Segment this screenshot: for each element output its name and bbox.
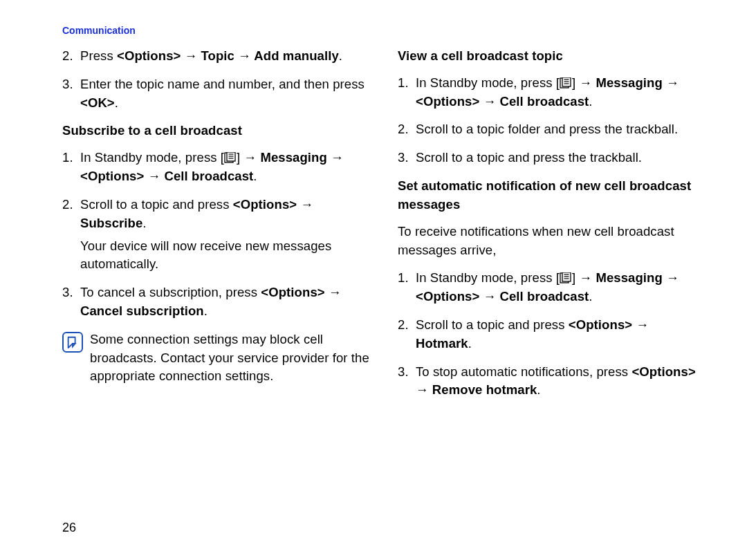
sub-heading: Set automatic notification of new cell b… <box>398 177 706 214</box>
arrow: → <box>297 197 313 212</box>
step-item: 1. In Standby mode, press [] → Messaging… <box>398 269 706 306</box>
step-item: 3. Scroll to a topic and press the track… <box>398 149 706 167</box>
step-item: 3. To stop automatic notifications, pres… <box>398 363 706 400</box>
left-column: 2. Press <Options> → Topic → Add manuall… <box>62 47 370 409</box>
step-number: 2. <box>62 196 80 274</box>
sub-heading: View a cell broadcast topic <box>398 47 706 66</box>
step-number: 3. <box>62 75 80 113</box>
content-columns: 2. Press <Options> → Topic → Add manuall… <box>62 47 706 409</box>
menu-key-icon <box>560 272 572 283</box>
arrow: → <box>632 317 649 332</box>
menu-key-icon <box>560 77 572 88</box>
text: . <box>589 94 592 109</box>
text: Scroll to a topic and press <box>416 317 569 332</box>
text: . <box>142 216 146 230</box>
text: In Standby mode, press [ <box>416 75 560 90</box>
step-body: Press <Options> → Topic → Add manually. <box>80 47 370 66</box>
softkey: <Options> <box>569 317 632 332</box>
step-number: 2. <box>398 120 416 139</box>
step-body: Scroll to a topic and press the trackbal… <box>416 149 706 167</box>
softkey-path: <Options> → Topic → Add manually <box>117 48 339 63</box>
text: . <box>339 48 342 63</box>
text: . <box>204 304 208 318</box>
step-number: 2. <box>62 47 80 66</box>
step-result: Your device will now receive new message… <box>80 237 370 274</box>
step-number: 3. <box>398 363 416 400</box>
step-number: 2. <box>398 316 416 353</box>
step-number: 3. <box>398 149 416 167</box>
note-icon <box>62 332 83 353</box>
step-body: Enter the topic name and number, and the… <box>80 75 370 113</box>
step-body: Scroll to a topic folder and press the t… <box>416 120 706 139</box>
step-body: Scroll to a topic and press <Options> → … <box>416 316 706 353</box>
step-item: 2. Press <Options> → Topic → Add manuall… <box>62 47 370 66</box>
section-title: Communication <box>62 25 706 36</box>
step-body: Scroll to a topic and press <Options> → … <box>80 196 370 274</box>
text: . <box>115 95 118 110</box>
step-number: 3. <box>62 283 80 321</box>
step-item: 2. Scroll to a topic folder and press th… <box>398 120 706 139</box>
text: ] → <box>237 150 260 165</box>
step-body: To stop automatic notifications, press <… <box>416 363 706 400</box>
text: . <box>468 336 472 351</box>
text: ] → <box>572 270 596 285</box>
note-text: Some connection settings may block cell … <box>90 330 370 386</box>
text: . <box>253 169 257 183</box>
step-body: In Standby mode, press [] → Messaging → … <box>80 149 370 186</box>
step-number: 1. <box>398 269 416 306</box>
text: Press <box>80 48 117 63</box>
step-body: In Standby mode, press [] → Messaging → … <box>416 269 706 306</box>
menu-key-icon <box>224 152 237 163</box>
step-item: 2. Scroll to a topic and press <Options>… <box>398 316 706 353</box>
text: In Standby mode, press [ <box>80 150 224 165</box>
intro-text: To receive notifications when new cell b… <box>398 223 706 260</box>
step-number: 1. <box>398 74 416 111</box>
softkey: <Options> <box>233 197 297 212</box>
step-item: 2. Scroll to a topic and press <Options>… <box>62 196 370 274</box>
softkey: Hotmark <box>416 336 468 351</box>
step-item: 3. Enter the topic name and number, and … <box>62 75 370 113</box>
text: In Standby mode, press [ <box>416 270 560 285</box>
text: . <box>537 382 540 397</box>
text: Scroll to a topic and press <box>80 197 233 212</box>
note-block: Some connection settings may block cell … <box>62 330 370 386</box>
softkey: Subscribe <box>80 216 142 230</box>
text: To stop automatic notifications, press <box>416 364 631 379</box>
step-item: 1. In Standby mode, press [] → Messaging… <box>398 74 706 111</box>
page-number: 26 <box>62 521 76 535</box>
manual-page: Communication 2. Press <Options> → Topic… <box>0 0 747 560</box>
softkey: <OK> <box>80 95 115 110</box>
text: To cancel a subscription, press <box>80 285 261 299</box>
text: . <box>589 289 592 304</box>
text: ] → <box>572 75 596 90</box>
step-number: 1. <box>62 149 80 186</box>
right-column: View a cell broadcast topic 1. In Standb… <box>398 47 706 409</box>
step-item: 1. In Standby mode, press [] → Messaging… <box>62 149 370 186</box>
text: Enter the topic name and number, and the… <box>80 77 365 91</box>
step-body: In Standby mode, press [] → Messaging → … <box>416 74 706 111</box>
step-item: 3. To cancel a subscription, press <Opti… <box>62 283 370 321</box>
step-body: To cancel a subscription, press <Options… <box>80 283 370 321</box>
sub-heading: Subscribe to a cell broadcast <box>62 122 370 140</box>
